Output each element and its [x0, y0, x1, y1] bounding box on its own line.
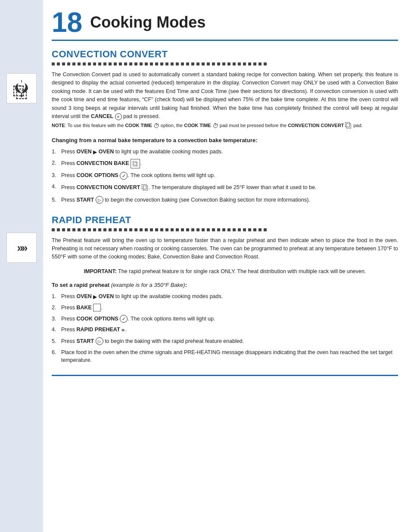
convection-sub-heading: Changing from a normal bake temperature …: [52, 137, 398, 143]
dot: [62, 228, 65, 231]
dot: [124, 228, 127, 231]
rapid-step3-cookoptions: COOK OPTIONS: [76, 316, 118, 322]
dot: [67, 228, 70, 231]
dot: [145, 228, 148, 231]
convection-dots-separator: [52, 62, 398, 65]
convection-convert-section: CONVECTION CONVERT: [52, 49, 398, 204]
step3-cookoptions: COOK OPTIONS: [76, 172, 118, 178]
dot: [57, 228, 60, 231]
dot: [140, 62, 143, 65]
dot: [217, 62, 220, 65]
dot: [171, 228, 174, 231]
dot: [202, 228, 205, 231]
bottom-border: [52, 375, 398, 376]
step-5: 5. Press START to begin the convection b…: [52, 196, 398, 204]
dot: [114, 228, 117, 231]
dot: [191, 62, 194, 65]
dot: [233, 62, 236, 65]
rapid-step-6: 6. Place food in the oven when the chime…: [52, 348, 398, 365]
dot: [217, 228, 220, 231]
dot: [171, 62, 174, 65]
conv-convert-icon-step4: ⿻: [142, 183, 149, 193]
rapid-step1-arrow: ▶: [93, 293, 97, 301]
dot: [233, 228, 236, 231]
convection-steps-list: 1. Press OVEN ▶ OVEN to light up the ava…: [52, 148, 398, 204]
dot: [78, 62, 81, 65]
rapid-dots-separator: [52, 228, 398, 231]
dot: [129, 228, 132, 231]
convection-bake-icon: ⿻: [131, 159, 140, 168]
rapid-preheat-inline-icon: »: [121, 326, 124, 334]
cook-options-icon-step3: [120, 172, 128, 180]
step4-convconvert: CONVECTION CONVERT: [76, 184, 140, 190]
step-3: 3. Press COOK OPTIONS . The cook options…: [52, 171, 398, 180]
dot: [181, 62, 184, 65]
dot: [264, 228, 267, 231]
rapid-step-3: 3. Press COOK OPTIONS . The cook options…: [52, 315, 398, 323]
dot: [253, 62, 256, 65]
rapid-preheat-body: The Preheat feature will bring the oven …: [52, 236, 398, 261]
left-sidebar: ⿻ »»: [0, 0, 43, 532]
dot: [212, 228, 215, 231]
dot: [207, 228, 210, 231]
cook-time-icon-2: ⏱: [212, 121, 218, 131]
dot: [67, 62, 70, 65]
rapid-step-5: 5. Press START to begin the baking with …: [52, 337, 398, 345]
dot: [165, 228, 168, 231]
dot: [88, 228, 91, 231]
dot: [78, 228, 81, 231]
rapid-step1-oven1: OVEN: [76, 293, 91, 299]
rapid-step5-start: START: [76, 338, 94, 344]
dot: [150, 62, 153, 65]
important-label: IMPORTANT:: [84, 268, 117, 274]
dot: [62, 62, 65, 65]
rapid-step-4: 4. Press RAPID PREHEAT » .: [52, 326, 398, 334]
step1-oven1: OVEN: [76, 149, 91, 155]
dot: [57, 62, 60, 65]
rapid-step1-oven2: OVEN: [99, 293, 114, 299]
conv-convert-note-icon: ⿻: [345, 121, 352, 131]
start-icon-rapid-step5: [96, 337, 103, 345]
step5-start: START: [76, 197, 94, 203]
dot: [258, 228, 262, 231]
rapid-preheat-section: RAPID PREHEAT: [52, 215, 398, 365]
dot: [176, 62, 179, 65]
dot: [134, 62, 137, 65]
dot: [196, 228, 199, 231]
step-4: 4. Press CONVECTION CONVERT ⿻. The tempe…: [52, 183, 398, 193]
rapid-step6-text: Place food in the oven when the chime si…: [61, 348, 398, 365]
dot: [243, 62, 246, 65]
dot: [227, 62, 230, 65]
page-number: 18: [52, 9, 82, 36]
dot: [119, 62, 122, 65]
dot: [93, 62, 96, 65]
cancel-icon: [115, 113, 122, 120]
dot: [72, 62, 75, 65]
dot: [119, 228, 122, 231]
rapid-step2-bake: BAKE: [76, 305, 91, 311]
rapid-important-text: IMPORTANT: The rapid preheat feature is …: [52, 268, 398, 276]
dot: [186, 62, 189, 65]
rapid-preheat-title: RAPID PREHEAT: [52, 215, 398, 226]
dot: [160, 62, 163, 65]
dot: [160, 228, 163, 231]
cook-options-icon-rapid-step3: [120, 315, 128, 323]
rapid-sub-heading-prefix: To set a rapid preheat: [52, 282, 109, 288]
dot: [103, 228, 106, 231]
step-2: 2. Press CONVECTION BAKE ⿻.: [52, 159, 398, 168]
main-content: 18 Cooking Modes CONVECTION CONVERT: [43, 0, 411, 532]
svg-text:⿻: ⿻: [13, 84, 29, 100]
page-container: ⿻ »» 18 Cooking Modes CONVECTION CONVERT: [0, 0, 411, 532]
step-1: 1. Press OVEN ▶ OVEN to light up the ava…: [52, 148, 398, 156]
dot: [238, 228, 241, 231]
rapid-steps-list: 1. Press OVEN ▶ OVEN to light up the ava…: [52, 292, 398, 364]
rapid-sub-heading-italic: (example is for a 350°F Bake): [109, 282, 185, 288]
dot: [212, 62, 215, 65]
dot: [93, 228, 96, 231]
dot: [134, 228, 137, 231]
dot: [52, 228, 55, 231]
dot: [186, 228, 189, 231]
dot: [98, 228, 101, 231]
dot: [196, 62, 199, 65]
cook-time-label-1: COOK TIME: [125, 123, 152, 128]
